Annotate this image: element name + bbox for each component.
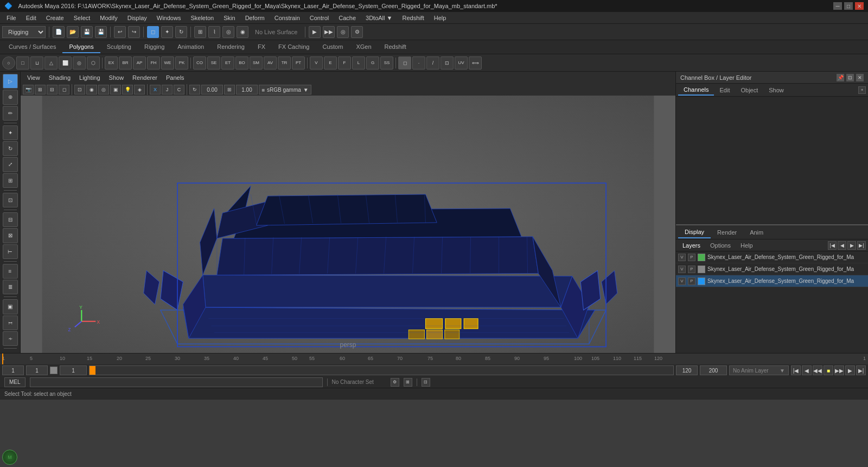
sphere-btn[interactable]: ○ <box>2 56 15 70</box>
vp-joints-btn[interactable]: J <box>162 85 173 94</box>
vp-film-btn[interactable]: ⊟ <box>47 85 58 94</box>
channel-box-lt-btn[interactable]: ∺ <box>3 315 18 330</box>
average-vtx-btn[interactable]: AV <box>264 56 277 70</box>
render-view-btn[interactable]: ≣ <box>3 280 18 294</box>
play-back-btn[interactable]: ◀◀ <box>813 365 822 375</box>
layer-vis-1[interactable]: V <box>678 254 686 261</box>
script-editor-btn[interactable]: ⊡ <box>422 378 430 387</box>
menu-skin[interactable]: Skin <box>219 14 239 22</box>
torus-btn[interactable]: ◎ <box>73 56 86 70</box>
move-btn[interactable]: ✦ <box>161 26 173 38</box>
menu-control[interactable]: Control <box>305 14 333 22</box>
soft-sel-lt-btn[interactable]: ⊡ <box>3 193 18 207</box>
dra-tab-anim[interactable]: Anim <box>743 227 770 238</box>
append-btn[interactable]: AP <box>133 56 146 70</box>
go-end-btn[interactable]: ▶| <box>856 365 866 375</box>
menu-select[interactable]: Select <box>69 14 95 22</box>
step-fwd-btn[interactable]: ▶ <box>845 365 855 375</box>
redo-btn[interactable]: ↪ <box>128 26 140 38</box>
menu-modify[interactable]: Modify <box>95 14 122 22</box>
layer-scroll-last-btn[interactable]: ▶| <box>857 241 866 250</box>
stop-btn[interactable]: ■ <box>824 365 833 375</box>
tab-fx-caching[interactable]: FX Caching <box>272 41 316 53</box>
vp-texture-btn[interactable]: ▣ <box>110 85 121 94</box>
snap-point-btn[interactable]: ◎ <box>222 26 234 38</box>
prism-btn[interactable]: ⬡ <box>87 56 100 70</box>
viewport[interactable]: View Shading Lighting Show Renderer Pane… <box>21 72 675 353</box>
cylinder-btn[interactable]: ⊔ <box>30 56 43 70</box>
dra-tab-display[interactable]: Display <box>678 226 711 238</box>
tab-fx[interactable]: FX <box>251 41 272 53</box>
cone-btn[interactable]: △ <box>44 56 58 70</box>
wedge-btn[interactable]: WE <box>161 56 174 70</box>
vp-gate-btn[interactable]: ◻ <box>59 85 69 94</box>
boolean-btn[interactable]: BO <box>235 56 248 70</box>
menu-skeleton[interactable]: Skeleton <box>186 14 218 22</box>
combine-btn[interactable]: CO <box>193 56 206 70</box>
cube-btn[interactable]: □ <box>16 56 29 70</box>
lst-tab-layers[interactable]: Layers <box>678 241 705 250</box>
edge-mode-btn[interactable]: / <box>426 56 439 70</box>
cb-pin-btn[interactable]: 📌 <box>837 74 844 81</box>
snap-grid-btn[interactable]: ⊞ <box>194 26 206 38</box>
render-btn[interactable]: ▶ <box>309 26 321 38</box>
menu-deform[interactable]: Deform <box>241 14 269 22</box>
vp-smooth-btn[interactable]: ◉ <box>86 85 97 94</box>
smooth-btn[interactable]: SM <box>250 56 263 70</box>
select-loop-btn[interactable]: L <box>352 56 365 70</box>
face-mode-btn[interactable]: ⊡ <box>441 56 454 70</box>
char-set-btn2[interactable]: ⊞ <box>404 378 412 387</box>
lst-tab-options[interactable]: Options <box>706 241 735 250</box>
render-lt-btn[interactable]: ≡ <box>3 264 18 279</box>
render-seq-btn[interactable]: ▶▶ <box>323 26 335 38</box>
timeline-scrub[interactable] <box>89 365 674 375</box>
vp-xray-btn[interactable]: X <box>150 85 161 94</box>
cb-close-btn[interactable]: ✕ <box>856 74 864 81</box>
paint-sel-btn[interactable]: ✏ <box>3 106 18 121</box>
vp-menu-shading[interactable]: Shading <box>46 73 74 82</box>
menu-display[interactable]: Display <box>123 14 151 22</box>
cb-tab-edit[interactable]: Edit <box>714 85 735 95</box>
rotate-tool-btn[interactable]: ↻ <box>3 141 18 156</box>
menu-3dto[interactable]: 3DtoAll ▼ <box>361 14 397 22</box>
snap-curve-btn[interactable]: ⌇ <box>208 26 220 38</box>
menu-file[interactable]: File <box>2 14 21 22</box>
snap-grid-lt-btn[interactable]: ⊟ <box>3 212 18 227</box>
open-file-btn[interactable]: 📂 <box>67 26 79 38</box>
vp-lights-btn[interactable]: 💡 <box>122 85 133 94</box>
mode-dropdown[interactable]: Rigging <box>2 26 46 38</box>
layer-type-3[interactable]: P <box>688 277 695 285</box>
vp-menu-lighting[interactable]: Lighting <box>76 73 104 82</box>
tab-redshift[interactable]: Redshift <box>378 41 413 53</box>
snap-curve-lt-btn[interactable]: ⊢ <box>3 244 18 259</box>
cb-expand-btn[interactable]: + <box>858 86 866 94</box>
select-tool-btn[interactable]: ▷ <box>3 74 18 89</box>
fill-hole-btn[interactable]: FH <box>147 56 160 70</box>
frame-range-end[interactable] <box>700 365 727 375</box>
viewport-canvas[interactable]: X Y Z persp <box>21 96 675 353</box>
tab-custom[interactable]: Custom <box>316 41 350 53</box>
frame-input-field[interactable] <box>60 365 87 375</box>
layer-scroll-first-btn[interactable]: |◀ <box>828 241 837 250</box>
plane-btn[interactable]: ⬜ <box>59 56 72 70</box>
frame-current-field[interactable] <box>26 365 48 375</box>
cb-tab-channels[interactable]: Channels <box>678 85 714 96</box>
tab-polygons[interactable]: Polygons <box>62 41 100 53</box>
last-tool-btn[interactable]: ⊞ <box>3 173 18 188</box>
extract-btn[interactable]: ET <box>221 56 234 70</box>
attr-ed-btn[interactable]: ▣ <box>3 299 18 314</box>
tab-animation[interactable]: Animation <box>171 41 210 53</box>
lst-tab-help[interactable]: Help <box>736 241 757 250</box>
vp-curves-btn[interactable]: C <box>174 85 184 94</box>
save-as-btn[interactable]: 💾 <box>95 26 107 38</box>
tab-sculpting[interactable]: Sculpting <box>100 41 138 53</box>
frame-start-field[interactable] <box>2 365 24 375</box>
extrude-btn[interactable]: EX <box>105 56 118 70</box>
save-file-btn[interactable]: 💾 <box>81 26 93 38</box>
soft-sel-btn[interactable]: SS <box>380 56 393 70</box>
layer-scroll-next-btn[interactable]: ▶ <box>847 241 856 250</box>
ipr-btn[interactable]: ◎ <box>337 26 349 38</box>
render-settings-btn[interactable]: ⚙ <box>351 26 363 38</box>
bridge-btn[interactable]: BR <box>119 56 132 70</box>
new-file-btn[interactable]: 📄 <box>53 26 65 38</box>
